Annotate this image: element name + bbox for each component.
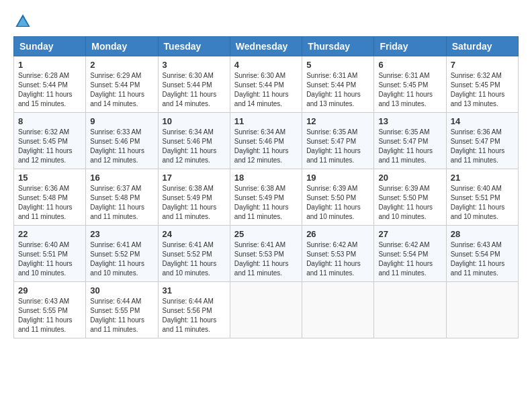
calendar-header-tuesday: Tuesday: [158, 37, 230, 56]
day-number: 9: [90, 116, 153, 126]
day-info: Sunrise: 6:30 AMSunset: 5:44 PMDaylight:…: [163, 72, 217, 107]
day-info: Sunrise: 6:40 AMSunset: 5:51 PMDaylight:…: [451, 185, 505, 220]
day-number: 22: [18, 229, 81, 239]
day-info: Sunrise: 6:39 AMSunset: 5:50 PMDaylight:…: [306, 185, 361, 220]
calendar-cell: 16 Sunrise: 6:37 AMSunset: 5:48 PMDaylig…: [86, 169, 158, 226]
day-number: 18: [234, 173, 298, 183]
day-number: 31: [163, 285, 226, 295]
calendar-cell: 25 Sunrise: 6:41 AMSunset: 5:53 PMDaylig…: [230, 226, 302, 282]
day-number: 10: [163, 116, 226, 126]
calendar-cell: 8 Sunrise: 6:32 AMSunset: 5:45 PMDayligh…: [14, 113, 86, 169]
day-info: Sunrise: 6:40 AMSunset: 5:51 PMDaylight:…: [18, 241, 73, 277]
day-info: Sunrise: 6:38 AMSunset: 5:49 PMDaylight:…: [163, 185, 217, 220]
day-info: Sunrise: 6:41 AMSunset: 5:52 PMDaylight:…: [90, 241, 144, 277]
day-info: Sunrise: 6:44 AMSunset: 5:56 PMDaylight:…: [163, 298, 217, 333]
calendar-cell: 17 Sunrise: 6:38 AMSunset: 5:49 PMDaylig…: [158, 169, 230, 226]
calendar-cell: 14 Sunrise: 6:36 AMSunset: 5:47 PMDaylig…: [446, 113, 518, 169]
day-info: Sunrise: 6:42 AMSunset: 5:54 PMDaylight:…: [378, 241, 433, 277]
day-info: Sunrise: 6:36 AMSunset: 5:47 PMDaylight:…: [451, 128, 505, 164]
day-number: 29: [18, 285, 81, 295]
calendar-cell: [374, 282, 446, 338]
page-header: [13, 13, 519, 30]
calendar-header-monday: Monday: [86, 37, 158, 56]
day-number: 5: [306, 60, 369, 70]
day-number: 6: [378, 60, 441, 70]
calendar-cell: 26 Sunrise: 6:42 AMSunset: 5:53 PMDaylig…: [302, 226, 374, 282]
calendar-cell: 28 Sunrise: 6:43 AMSunset: 5:54 PMDaylig…: [446, 226, 518, 282]
calendar-cell: 29 Sunrise: 6:43 AMSunset: 5:55 PMDaylig…: [14, 282, 86, 338]
calendar-header-row: SundayMondayTuesdayWednesdayThursdayFrid…: [14, 37, 519, 56]
day-number: 24: [163, 229, 226, 239]
logo: [13, 13, 34, 30]
calendar-table: SundayMondayTuesdayWednesdayThursdayFrid…: [13, 36, 519, 338]
calendar-cell: 24 Sunrise: 6:41 AMSunset: 5:52 PMDaylig…: [158, 226, 230, 282]
day-info: Sunrise: 6:33 AMSunset: 5:46 PMDaylight:…: [90, 128, 144, 164]
day-number: 30: [90, 285, 153, 295]
calendar-week-4: 22 Sunrise: 6:40 AMSunset: 5:51 PMDaylig…: [14, 226, 519, 282]
calendar-cell: 6 Sunrise: 6:31 AMSunset: 5:45 PMDayligh…: [374, 56, 446, 113]
calendar-cell: 13 Sunrise: 6:35 AMSunset: 5:47 PMDaylig…: [374, 113, 446, 169]
day-number: 11: [234, 116, 298, 126]
day-info: Sunrise: 6:35 AMSunset: 5:47 PMDaylight:…: [378, 128, 433, 164]
calendar-cell: [446, 282, 518, 338]
day-info: Sunrise: 6:43 AMSunset: 5:54 PMDaylight:…: [451, 241, 505, 277]
day-number: 27: [378, 229, 441, 239]
calendar-cell: 27 Sunrise: 6:42 AMSunset: 5:54 PMDaylig…: [374, 226, 446, 282]
calendar-cell: 4 Sunrise: 6:30 AMSunset: 5:44 PMDayligh…: [230, 56, 302, 113]
day-info: Sunrise: 6:42 AMSunset: 5:53 PMDaylight:…: [306, 241, 361, 277]
day-number: 28: [451, 229, 514, 239]
calendar-cell: 21 Sunrise: 6:40 AMSunset: 5:51 PMDaylig…: [446, 169, 518, 226]
calendar-cell: 11 Sunrise: 6:34 AMSunset: 5:46 PMDaylig…: [230, 113, 302, 169]
calendar-cell: 30 Sunrise: 6:44 AMSunset: 5:55 PMDaylig…: [86, 282, 158, 338]
day-number: 3: [163, 60, 226, 70]
day-number: 20: [378, 173, 441, 183]
day-info: Sunrise: 6:41 AMSunset: 5:53 PMDaylight:…: [234, 241, 289, 277]
calendar-week-1: 1 Sunrise: 6:28 AMSunset: 5:44 PMDayligh…: [14, 56, 519, 113]
calendar-cell: 9 Sunrise: 6:33 AMSunset: 5:46 PMDayligh…: [86, 113, 158, 169]
day-number: 13: [378, 116, 441, 126]
day-number: 8: [18, 116, 81, 126]
calendar-header-sunday: Sunday: [14, 37, 86, 56]
day-number: 16: [90, 173, 153, 183]
calendar-cell: 3 Sunrise: 6:30 AMSunset: 5:44 PMDayligh…: [158, 56, 230, 113]
day-info: Sunrise: 6:29 AMSunset: 5:44 PMDaylight:…: [90, 72, 144, 107]
day-number: 2: [90, 60, 153, 70]
day-info: Sunrise: 6:31 AMSunset: 5:44 PMDaylight:…: [306, 72, 361, 107]
day-number: 26: [306, 229, 369, 239]
calendar-header-thursday: Thursday: [302, 37, 374, 56]
calendar-cell: 15 Sunrise: 6:36 AMSunset: 5:48 PMDaylig…: [14, 169, 86, 226]
calendar-cell: 5 Sunrise: 6:31 AMSunset: 5:44 PMDayligh…: [302, 56, 374, 113]
day-number: 14: [451, 116, 514, 126]
day-number: 12: [306, 116, 369, 126]
day-info: Sunrise: 6:39 AMSunset: 5:50 PMDaylight:…: [378, 185, 433, 220]
calendar-week-3: 15 Sunrise: 6:36 AMSunset: 5:48 PMDaylig…: [14, 169, 519, 226]
calendar-cell: 12 Sunrise: 6:35 AMSunset: 5:47 PMDaylig…: [302, 113, 374, 169]
day-number: 17: [163, 173, 226, 183]
calendar-week-2: 8 Sunrise: 6:32 AMSunset: 5:45 PMDayligh…: [14, 113, 519, 169]
calendar-cell: 20 Sunrise: 6:39 AMSunset: 5:50 PMDaylig…: [374, 169, 446, 226]
calendar-header-friday: Friday: [374, 37, 446, 56]
calendar-cell: 19 Sunrise: 6:39 AMSunset: 5:50 PMDaylig…: [302, 169, 374, 226]
day-number: 15: [18, 173, 81, 183]
calendar-week-5: 29 Sunrise: 6:43 AMSunset: 5:55 PMDaylig…: [14, 282, 519, 338]
day-number: 19: [306, 173, 369, 183]
calendar-header-wednesday: Wednesday: [230, 37, 302, 56]
day-info: Sunrise: 6:28 AMSunset: 5:44 PMDaylight:…: [18, 72, 73, 107]
day-info: Sunrise: 6:37 AMSunset: 5:48 PMDaylight:…: [90, 185, 144, 220]
day-info: Sunrise: 6:31 AMSunset: 5:45 PMDaylight:…: [378, 72, 433, 107]
day-info: Sunrise: 6:43 AMSunset: 5:55 PMDaylight:…: [18, 298, 73, 333]
day-info: Sunrise: 6:34 AMSunset: 5:46 PMDaylight:…: [234, 128, 289, 164]
day-number: 23: [90, 229, 153, 239]
day-info: Sunrise: 6:35 AMSunset: 5:47 PMDaylight:…: [306, 128, 361, 164]
calendar-cell: 1 Sunrise: 6:28 AMSunset: 5:44 PMDayligh…: [14, 56, 86, 113]
day-info: Sunrise: 6:44 AMSunset: 5:55 PMDaylight:…: [90, 298, 144, 333]
calendar-cell: 31 Sunrise: 6:44 AMSunset: 5:56 PMDaylig…: [158, 282, 230, 338]
day-number: 4: [234, 60, 298, 70]
calendar-cell: 2 Sunrise: 6:29 AMSunset: 5:44 PMDayligh…: [86, 56, 158, 113]
day-info: Sunrise: 6:36 AMSunset: 5:48 PMDaylight:…: [18, 185, 73, 220]
day-number: 21: [451, 173, 514, 183]
day-number: 25: [234, 229, 298, 239]
calendar-cell: 23 Sunrise: 6:41 AMSunset: 5:52 PMDaylig…: [86, 226, 158, 282]
day-info: Sunrise: 6:38 AMSunset: 5:49 PMDaylight:…: [234, 185, 289, 220]
day-info: Sunrise: 6:32 AMSunset: 5:45 PMDaylight:…: [451, 72, 505, 107]
